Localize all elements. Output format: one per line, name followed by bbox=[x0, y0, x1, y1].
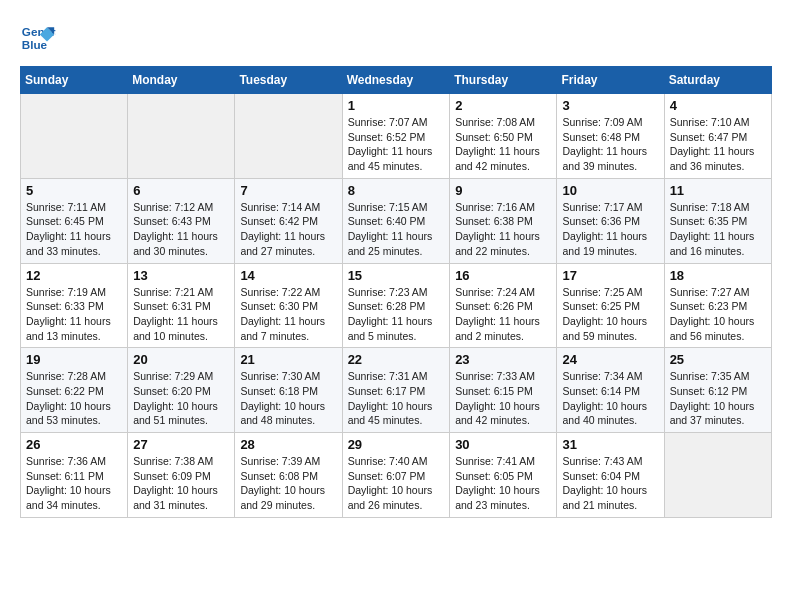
table-row: 10Sunrise: 7:17 AM Sunset: 6:36 PM Dayli… bbox=[557, 178, 664, 263]
table-row: 13Sunrise: 7:21 AM Sunset: 6:31 PM Dayli… bbox=[128, 263, 235, 348]
day-info: Sunrise: 7:35 AM Sunset: 6:12 PM Dayligh… bbox=[670, 369, 766, 428]
table-row: 30Sunrise: 7:41 AM Sunset: 6:05 PM Dayli… bbox=[450, 433, 557, 518]
day-info: Sunrise: 7:17 AM Sunset: 6:36 PM Dayligh… bbox=[562, 200, 658, 259]
table-row: 1Sunrise: 7:07 AM Sunset: 6:52 PM Daylig… bbox=[342, 94, 450, 179]
table-row: 17Sunrise: 7:25 AM Sunset: 6:25 PM Dayli… bbox=[557, 263, 664, 348]
day-info: Sunrise: 7:43 AM Sunset: 6:04 PM Dayligh… bbox=[562, 454, 658, 513]
table-row: 31Sunrise: 7:43 AM Sunset: 6:04 PM Dayli… bbox=[557, 433, 664, 518]
day-info: Sunrise: 7:21 AM Sunset: 6:31 PM Dayligh… bbox=[133, 285, 229, 344]
day-of-week-header: Friday bbox=[557, 67, 664, 94]
day-number: 24 bbox=[562, 352, 658, 367]
day-number: 17 bbox=[562, 268, 658, 283]
calendar-week-row: 19Sunrise: 7:28 AM Sunset: 6:22 PM Dayli… bbox=[21, 348, 772, 433]
day-of-week-header: Wednesday bbox=[342, 67, 450, 94]
calendar-header-row: SundayMondayTuesdayWednesdayThursdayFrid… bbox=[21, 67, 772, 94]
table-row bbox=[128, 94, 235, 179]
day-info: Sunrise: 7:16 AM Sunset: 6:38 PM Dayligh… bbox=[455, 200, 551, 259]
day-number: 27 bbox=[133, 437, 229, 452]
day-of-week-header: Sunday bbox=[21, 67, 128, 94]
day-info: Sunrise: 7:22 AM Sunset: 6:30 PM Dayligh… bbox=[240, 285, 336, 344]
day-number: 10 bbox=[562, 183, 658, 198]
table-row: 28Sunrise: 7:39 AM Sunset: 6:08 PM Dayli… bbox=[235, 433, 342, 518]
table-row: 4Sunrise: 7:10 AM Sunset: 6:47 PM Daylig… bbox=[664, 94, 771, 179]
day-info: Sunrise: 7:34 AM Sunset: 6:14 PM Dayligh… bbox=[562, 369, 658, 428]
day-info: Sunrise: 7:30 AM Sunset: 6:18 PM Dayligh… bbox=[240, 369, 336, 428]
day-number: 14 bbox=[240, 268, 336, 283]
table-row: 9Sunrise: 7:16 AM Sunset: 6:38 PM Daylig… bbox=[450, 178, 557, 263]
logo-icon: General Blue bbox=[20, 20, 56, 56]
day-number: 11 bbox=[670, 183, 766, 198]
day-info: Sunrise: 7:14 AM Sunset: 6:42 PM Dayligh… bbox=[240, 200, 336, 259]
table-row bbox=[235, 94, 342, 179]
day-number: 22 bbox=[348, 352, 445, 367]
table-row: 2Sunrise: 7:08 AM Sunset: 6:50 PM Daylig… bbox=[450, 94, 557, 179]
table-row: 14Sunrise: 7:22 AM Sunset: 6:30 PM Dayli… bbox=[235, 263, 342, 348]
table-row: 7Sunrise: 7:14 AM Sunset: 6:42 PM Daylig… bbox=[235, 178, 342, 263]
day-number: 2 bbox=[455, 98, 551, 113]
logo: General Blue bbox=[20, 20, 62, 56]
day-number: 6 bbox=[133, 183, 229, 198]
day-info: Sunrise: 7:29 AM Sunset: 6:20 PM Dayligh… bbox=[133, 369, 229, 428]
table-row bbox=[664, 433, 771, 518]
day-number: 19 bbox=[26, 352, 122, 367]
day-number: 23 bbox=[455, 352, 551, 367]
table-row: 24Sunrise: 7:34 AM Sunset: 6:14 PM Dayli… bbox=[557, 348, 664, 433]
day-info: Sunrise: 7:23 AM Sunset: 6:28 PM Dayligh… bbox=[348, 285, 445, 344]
day-info: Sunrise: 7:24 AM Sunset: 6:26 PM Dayligh… bbox=[455, 285, 551, 344]
day-info: Sunrise: 7:11 AM Sunset: 6:45 PM Dayligh… bbox=[26, 200, 122, 259]
table-row: 5Sunrise: 7:11 AM Sunset: 6:45 PM Daylig… bbox=[21, 178, 128, 263]
day-info: Sunrise: 7:31 AM Sunset: 6:17 PM Dayligh… bbox=[348, 369, 445, 428]
day-info: Sunrise: 7:15 AM Sunset: 6:40 PM Dayligh… bbox=[348, 200, 445, 259]
day-info: Sunrise: 7:10 AM Sunset: 6:47 PM Dayligh… bbox=[670, 115, 766, 174]
svg-text:Blue: Blue bbox=[22, 38, 48, 51]
day-number: 18 bbox=[670, 268, 766, 283]
day-info: Sunrise: 7:39 AM Sunset: 6:08 PM Dayligh… bbox=[240, 454, 336, 513]
table-row: 29Sunrise: 7:40 AM Sunset: 6:07 PM Dayli… bbox=[342, 433, 450, 518]
table-row: 19Sunrise: 7:28 AM Sunset: 6:22 PM Dayli… bbox=[21, 348, 128, 433]
table-row: 23Sunrise: 7:33 AM Sunset: 6:15 PM Dayli… bbox=[450, 348, 557, 433]
day-number: 21 bbox=[240, 352, 336, 367]
day-number: 13 bbox=[133, 268, 229, 283]
calendar-table: SundayMondayTuesdayWednesdayThursdayFrid… bbox=[20, 66, 772, 518]
calendar-week-row: 12Sunrise: 7:19 AM Sunset: 6:33 PM Dayli… bbox=[21, 263, 772, 348]
day-info: Sunrise: 7:18 AM Sunset: 6:35 PM Dayligh… bbox=[670, 200, 766, 259]
table-row: 6Sunrise: 7:12 AM Sunset: 6:43 PM Daylig… bbox=[128, 178, 235, 263]
day-info: Sunrise: 7:36 AM Sunset: 6:11 PM Dayligh… bbox=[26, 454, 122, 513]
day-number: 4 bbox=[670, 98, 766, 113]
calendar-week-row: 1Sunrise: 7:07 AM Sunset: 6:52 PM Daylig… bbox=[21, 94, 772, 179]
table-row bbox=[21, 94, 128, 179]
day-number: 15 bbox=[348, 268, 445, 283]
day-number: 5 bbox=[26, 183, 122, 198]
day-info: Sunrise: 7:28 AM Sunset: 6:22 PM Dayligh… bbox=[26, 369, 122, 428]
day-number: 12 bbox=[26, 268, 122, 283]
day-info: Sunrise: 7:38 AM Sunset: 6:09 PM Dayligh… bbox=[133, 454, 229, 513]
day-info: Sunrise: 7:40 AM Sunset: 6:07 PM Dayligh… bbox=[348, 454, 445, 513]
table-row: 18Sunrise: 7:27 AM Sunset: 6:23 PM Dayli… bbox=[664, 263, 771, 348]
table-row: 11Sunrise: 7:18 AM Sunset: 6:35 PM Dayli… bbox=[664, 178, 771, 263]
day-info: Sunrise: 7:41 AM Sunset: 6:05 PM Dayligh… bbox=[455, 454, 551, 513]
table-row: 26Sunrise: 7:36 AM Sunset: 6:11 PM Dayli… bbox=[21, 433, 128, 518]
day-info: Sunrise: 7:09 AM Sunset: 6:48 PM Dayligh… bbox=[562, 115, 658, 174]
day-info: Sunrise: 7:12 AM Sunset: 6:43 PM Dayligh… bbox=[133, 200, 229, 259]
day-number: 9 bbox=[455, 183, 551, 198]
day-info: Sunrise: 7:19 AM Sunset: 6:33 PM Dayligh… bbox=[26, 285, 122, 344]
day-of-week-header: Monday bbox=[128, 67, 235, 94]
day-number: 7 bbox=[240, 183, 336, 198]
day-number: 29 bbox=[348, 437, 445, 452]
table-row: 12Sunrise: 7:19 AM Sunset: 6:33 PM Dayli… bbox=[21, 263, 128, 348]
day-number: 28 bbox=[240, 437, 336, 452]
table-row: 15Sunrise: 7:23 AM Sunset: 6:28 PM Dayli… bbox=[342, 263, 450, 348]
page-header: General Blue bbox=[20, 20, 772, 56]
day-of-week-header: Saturday bbox=[664, 67, 771, 94]
day-info: Sunrise: 7:25 AM Sunset: 6:25 PM Dayligh… bbox=[562, 285, 658, 344]
table-row: 20Sunrise: 7:29 AM Sunset: 6:20 PM Dayli… bbox=[128, 348, 235, 433]
day-info: Sunrise: 7:27 AM Sunset: 6:23 PM Dayligh… bbox=[670, 285, 766, 344]
day-info: Sunrise: 7:08 AM Sunset: 6:50 PM Dayligh… bbox=[455, 115, 551, 174]
calendar-week-row: 5Sunrise: 7:11 AM Sunset: 6:45 PM Daylig… bbox=[21, 178, 772, 263]
day-of-week-header: Thursday bbox=[450, 67, 557, 94]
day-info: Sunrise: 7:07 AM Sunset: 6:52 PM Dayligh… bbox=[348, 115, 445, 174]
day-number: 20 bbox=[133, 352, 229, 367]
day-number: 16 bbox=[455, 268, 551, 283]
day-number: 26 bbox=[26, 437, 122, 452]
day-info: Sunrise: 7:33 AM Sunset: 6:15 PM Dayligh… bbox=[455, 369, 551, 428]
